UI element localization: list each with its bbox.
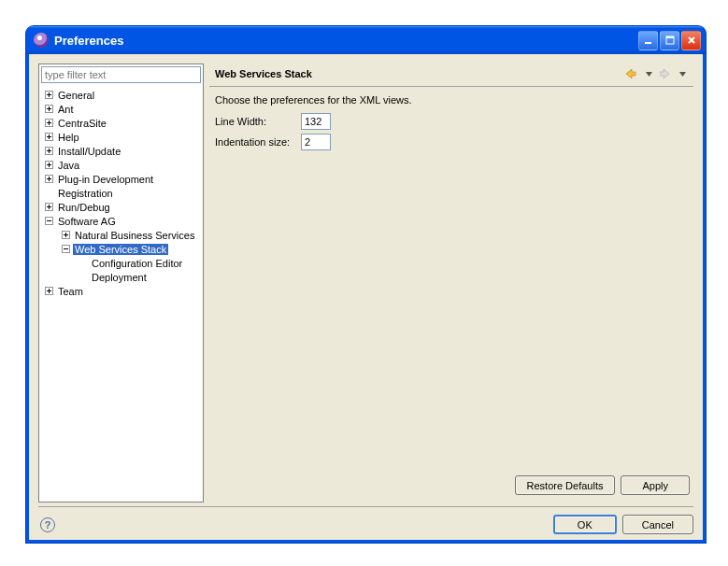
eclipse-icon (34, 33, 49, 48)
tree-item-java[interactable]: Java (41, 158, 203, 172)
tree-item-general[interactable]: General (41, 88, 203, 102)
tree-item-plugin-dev[interactable]: Plug-in Development (41, 172, 203, 186)
window-title: Preferences (54, 34, 638, 48)
expand-icon[interactable] (45, 119, 53, 127)
help-icon[interactable]: ? (40, 517, 55, 532)
preferences-tree[interactable]: General Ant CentraSite Help Install/Upda… (39, 87, 203, 502)
restore-defaults-button[interactable]: Restore Defaults (515, 475, 616, 495)
tree-item-nbs[interactable]: Natural Business Services (41, 228, 203, 242)
tree-item-team[interactable]: Team (41, 284, 203, 298)
expand-icon[interactable] (45, 91, 53, 99)
forward-menu-button[interactable] (675, 66, 690, 81)
tree-item-software-ag[interactable]: Software AG (41, 214, 203, 228)
minimize-button[interactable] (638, 31, 658, 50)
expand-icon[interactable] (45, 203, 53, 211)
expand-icon[interactable] (45, 147, 53, 155)
indentation-input[interactable] (301, 134, 331, 150)
collapse-icon[interactable] (62, 245, 70, 253)
titlebar[interactable]: Preferences (26, 26, 706, 54)
forward-button[interactable] (658, 66, 673, 81)
close-button[interactable] (681, 31, 701, 50)
collapse-icon[interactable] (45, 217, 53, 225)
expand-icon[interactable] (45, 175, 53, 183)
preferences-window: Preferences General Ant CentraSite He (26, 26, 706, 543)
svg-rect-2 (666, 36, 674, 38)
back-button[interactable] (624, 66, 639, 81)
apply-button[interactable]: Apply (621, 475, 690, 495)
maximize-button[interactable] (660, 31, 679, 50)
tree-item-help[interactable]: Help (41, 130, 203, 144)
expand-icon[interactable] (45, 133, 53, 141)
line-width-label: Line Width: (215, 116, 301, 127)
tree-item-wss[interactable]: Web Services Stack (41, 242, 203, 256)
tree-item-registration[interactable]: Registration (41, 186, 203, 200)
expand-icon[interactable] (45, 287, 53, 295)
page-description: Choose the preferences for the XML views… (215, 94, 688, 106)
tree-item-deployment[interactable]: Deployment (41, 270, 203, 284)
tree-item-ant[interactable]: Ant (41, 102, 203, 116)
indentation-label: Indentation size: (215, 136, 301, 148)
expand-icon[interactable] (45, 161, 53, 169)
back-menu-button[interactable] (641, 66, 656, 81)
tree-item-install-update[interactable]: Install/Update (41, 144, 203, 158)
ok-button[interactable]: OK (553, 515, 617, 534)
line-width-input[interactable] (301, 113, 331, 130)
cancel-button[interactable]: Cancel (622, 515, 693, 534)
tree-item-run-debug[interactable]: Run/Debug (41, 200, 203, 214)
svg-rect-0 (645, 42, 651, 44)
expand-icon[interactable] (45, 105, 53, 113)
expand-icon[interactable] (62, 231, 70, 239)
filter-input[interactable] (41, 66, 201, 83)
preferences-tree-panel: General Ant CentraSite Help Install/Upda… (38, 64, 204, 502)
tree-item-config-editor[interactable]: Configuration Editor (41, 256, 203, 270)
page-title: Web Services Stack (215, 68, 624, 79)
preferences-page: Web Services Stack (204, 64, 693, 502)
tree-item-centrasite[interactable]: CentraSite (41, 116, 203, 130)
